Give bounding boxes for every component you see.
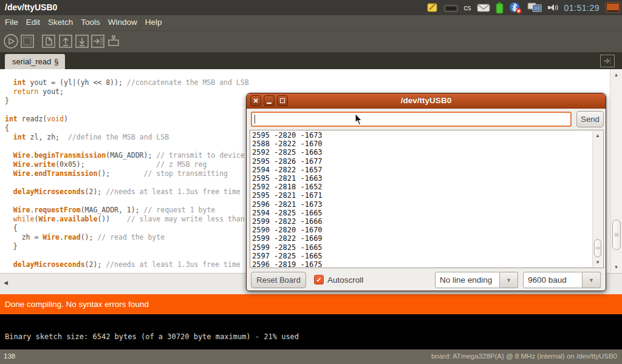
battery-icon[interactable]	[496, 2, 504, 14]
chevron-down-icon[interactable]: ▼	[500, 272, 518, 288]
serial-output[interactable]: 2595 -2820 -1673 2588 -2822 -1670 2592 -…	[250, 130, 604, 268]
network-icon[interactable]	[527, 2, 542, 13]
code-line	[5, 178, 249, 187]
menubar: FileEditSketchToolsWindowHelp	[0, 15, 622, 30]
menu-item-tools[interactable]: Tools	[81, 15, 100, 27]
board-info: board: ATmega328P(A) @ 8 MHz (internal) …	[431, 352, 617, 360]
system-titlebar: /dev/ttyUSB0 cs 01:51:	[0, 0, 622, 15]
keyboard-icon[interactable]	[444, 3, 459, 13]
console-text: Binary sketch size: 6542 bytes (of a 307…	[5, 332, 299, 341]
mail-icon[interactable]	[477, 3, 490, 12]
code-line: }	[5, 242, 249, 251]
tab-label: serial_read	[12, 57, 51, 66]
code-line: Wire.beginTransmission(MAG_ADDR); // tra…	[5, 151, 249, 160]
send-button[interactable]: Send	[576, 111, 604, 127]
serial-send-input[interactable]	[251, 112, 572, 127]
scroll-left-icon[interactable]: ◀	[4, 280, 8, 286]
text-caret	[255, 115, 255, 124]
notes-icon[interactable]	[426, 2, 439, 13]
scroll-down-icon[interactable]: ▼	[593, 260, 603, 266]
tab-modified-marker: §	[54, 57, 58, 66]
code-line	[5, 106, 249, 115]
scroll-up-icon[interactable]: ▲	[610, 72, 622, 78]
scroll-up-icon[interactable]: ▲	[593, 133, 603, 139]
editor-scrollbar-thumb[interactable]	[612, 220, 621, 250]
open-button[interactable]	[58, 33, 73, 49]
compile-status-bar: Done compiling. No syntax errors found	[0, 294, 622, 314]
tab-serial-read[interactable]: serial_read§	[5, 54, 65, 69]
console-output: Binary sketch size: 6542 bytes (of a 307…	[0, 314, 622, 349]
code-line	[5, 197, 249, 206]
code-line: {	[5, 224, 249, 233]
menu-item-window[interactable]: Window	[108, 15, 137, 27]
new-sketch-button[interactable]	[41, 33, 56, 49]
code-line: delayMicroseconds(2); //needs at least 1…	[5, 260, 249, 269]
bluetooth-icon[interactable]	[509, 1, 522, 14]
code-line: }	[5, 96, 249, 106]
keyboard-layout-label[interactable]: cs	[464, 4, 471, 12]
tab-menu-button[interactable]	[600, 55, 615, 67]
status-footer: 138 board: ATmega328P(A) @ 8 MHz (intern…	[0, 349, 622, 364]
code-line: Wire.endTransmission(); // stop transmit…	[5, 169, 249, 178]
serial-controls: Reset Board ✓ Autoscroll No line ending …	[247, 271, 606, 291]
baud-rate-value[interactable]: 9600 baud	[523, 272, 583, 288]
line-ending-value[interactable]: No line ending	[435, 272, 500, 288]
toolbar	[0, 30, 622, 52]
code-line: Wire.requestFrom(MAG_ADDR, 1); // reques…	[5, 206, 249, 215]
arduino-ide-screen: /dev/ttyUSB0 cs 01:51:	[0, 0, 622, 364]
chevron-down-icon[interactable]: ▼	[583, 272, 601, 288]
serial-window-titlebar[interactable]: ✕ /dev/ttyUSB0	[247, 93, 606, 109]
code-line: return yout;	[5, 87, 249, 96]
reset-board-button[interactable]: Reset Board	[251, 272, 306, 288]
menu-item-help[interactable]: Help	[145, 15, 162, 27]
code-line	[5, 142, 249, 151]
code-line: int zl, zh; //define the MSB and LSB	[5, 133, 249, 142]
editor-vertical-scrollbar[interactable]: ▲ ▼	[610, 69, 622, 273]
autoscroll-checkbox[interactable]: ✓	[314, 275, 324, 285]
serial-scrollbar[interactable]: ▲ ▼	[592, 131, 603, 267]
verify-button[interactable]	[3, 33, 19, 49]
menu-item-edit[interactable]: Edit	[26, 15, 40, 27]
compile-status-message: Done compiling. No syntax errors found	[5, 294, 149, 314]
line-number-indicator: 138	[4, 352, 15, 360]
code-line: while(Wire.available()) // slave may wri…	[5, 215, 249, 224]
window-title: /dev/ttyUSB0	[5, 2, 57, 12]
stop-button[interactable]	[19, 33, 35, 49]
system-tray: cs 01:51:29	[426, 0, 621, 15]
code-line: delayMicroseconds(2); //needs at least 1…	[5, 187, 249, 197]
serial-monitor-button[interactable]	[106, 33, 121, 49]
serial-monitor-window: ✕ /dev/ttyUSB0 Send 2595 -2820 -1673 258…	[246, 93, 606, 291]
tab-strip: serial_read§	[0, 52, 622, 69]
save-button[interactable]	[74, 33, 90, 49]
code-line: Wire.write(0x05); // z MSB reg	[5, 160, 249, 169]
code-line: {	[5, 124, 249, 133]
autoscroll-label: Autoscroll	[327, 275, 363, 285]
serial-output-text: 2595 -2820 -1673 2588 -2822 -1670 2592 -…	[252, 131, 323, 268]
mouse-cursor	[355, 113, 364, 128]
clock[interactable]: 01:51:29	[564, 3, 600, 13]
menu-item-file[interactable]: File	[5, 15, 18, 27]
session-menu-icon[interactable]	[605, 1, 621, 15]
scroll-down-icon[interactable]: ▼	[610, 265, 622, 271]
serial-window-title: /dev/ttyUSB0	[247, 96, 606, 105]
code-line: int readz(void)	[5, 115, 249, 124]
menu-item-sketch[interactable]: Sketch	[48, 15, 73, 27]
serial-scrollbar-thumb[interactable]	[594, 239, 601, 257]
code-line	[5, 251, 249, 260]
code-line: zh = Wire.read(); // read the byte	[5, 233, 249, 242]
code-line: int yout = (yl|(yh << 8)); //concatenate…	[5, 78, 249, 87]
upload-button[interactable]	[90, 33, 106, 49]
volume-icon[interactable]	[547, 2, 559, 13]
